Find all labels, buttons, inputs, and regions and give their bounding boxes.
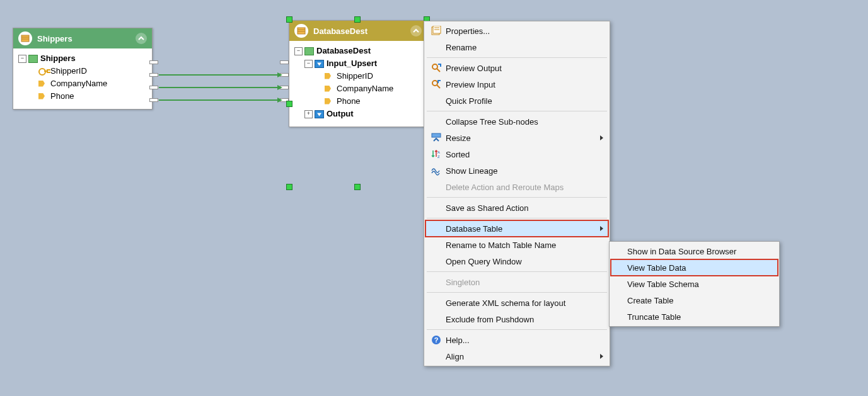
input-port[interactable] <box>280 60 289 64</box>
table-icon <box>18 31 32 45</box>
output-port[interactable] <box>149 86 158 89</box>
help-icon: ? <box>429 334 443 346</box>
input-icon <box>315 60 324 68</box>
field-label: CompanyName <box>50 78 107 89</box>
connector-line[interactable] <box>159 74 279 76</box>
resize-handle[interactable] <box>286 16 292 23</box>
menu-label: Database Table <box>446 224 502 234</box>
menu-separator <box>427 218 607 218</box>
svg-line-13 <box>437 85 440 88</box>
resize-handle[interactable] <box>354 184 361 190</box>
tree-field[interactable]: ShipperID <box>28 65 147 77</box>
connector-line[interactable] <box>159 99 279 101</box>
output-port[interactable] <box>149 98 158 102</box>
collapse-icon[interactable]: − <box>18 55 26 63</box>
tree-output[interactable]: + Output <box>304 108 422 120</box>
menu-label: Rename to Match Table Name <box>446 240 556 250</box>
submenu-truncate[interactable]: Truncate Table <box>611 308 778 325</box>
menu-label: Sorted <box>446 150 470 159</box>
submenu-view-schema[interactable]: View Table Schema <box>611 276 778 292</box>
menu-preview-output[interactable]: Preview Output <box>425 60 608 76</box>
tree-field[interactable]: ShipperID <box>315 70 422 82</box>
tree-root[interactable]: − Shippers <box>18 52 147 65</box>
menu-label: Singleton <box>446 278 480 287</box>
menu-rename-match[interactable]: Rename to Match Table Name <box>425 237 608 253</box>
node-databasedest[interactable]: DatabaseDest − DatabaseDest − Input_Upse… <box>289 20 427 127</box>
tree-field[interactable]: CompanyName <box>28 77 147 90</box>
menu-database-table[interactable]: Database Table <box>425 220 608 237</box>
menu-resize[interactable]: Resize <box>425 130 608 146</box>
menu-separator <box>427 197 607 198</box>
menu-label: Save as Shared Action <box>446 203 529 213</box>
menu-delete-action: Delete Action and Reroute Maps <box>425 179 608 195</box>
submenu-create[interactable]: Create Table <box>611 292 778 308</box>
menu-quick-profile[interactable]: Quick Profile <box>425 93 608 109</box>
field-label: Phone <box>50 91 74 102</box>
table-node-icon <box>304 47 314 55</box>
menu-label: View Table Data <box>627 263 686 273</box>
menu-label: Properties... <box>446 26 490 36</box>
expand-icon[interactable]: + <box>304 110 313 118</box>
resize-icon <box>429 132 443 144</box>
spacer <box>315 86 323 93</box>
menu-exclude-pushdown[interactable]: Exclude from Pushdown <box>425 311 608 327</box>
spacer <box>315 98 323 105</box>
node-dest-title: DatabaseDest <box>313 26 410 36</box>
spacer <box>28 68 37 75</box>
resize-handle[interactable] <box>286 184 292 190</box>
resize-handle[interactable] <box>286 101 292 107</box>
field-label: ShipperID <box>50 65 87 77</box>
menu-label: Preview Input <box>446 80 495 89</box>
menu-sorted[interactable]: AZ Sorted <box>425 146 608 162</box>
menu-show-lineage[interactable]: Show Lineage <box>425 162 608 179</box>
field-label: ShipperID <box>337 71 373 82</box>
blank-icon <box>429 223 443 234</box>
column-icon <box>325 72 334 81</box>
node-shippers[interactable]: Shippers − Shippers ShipperID CompanyNam… <box>13 28 153 110</box>
blank-icon <box>429 116 443 127</box>
output-port[interactable] <box>149 73 158 77</box>
menu-label: Collapse Tree Sub-nodes <box>446 117 538 127</box>
submenu-view-data[interactable]: View Table Data <box>611 259 778 276</box>
chevron-up-icon[interactable] <box>136 33 147 44</box>
output-port[interactable] <box>149 60 158 64</box>
tree-input[interactable]: − Input_Upsert <box>304 57 422 70</box>
connector-arrow <box>277 72 282 77</box>
node-shippers-tree: − Shippers ShipperID CompanyName Phone <box>13 48 152 109</box>
node-shippers-header[interactable]: Shippers <box>13 28 152 48</box>
menu-preview-input[interactable]: Preview Input <box>425 76 608 93</box>
resize-handle[interactable] <box>354 16 361 23</box>
tree-field[interactable]: Phone <box>28 90 147 103</box>
menu-gen-xml[interactable]: Generate XML schema for layout <box>425 295 608 311</box>
column-icon <box>38 93 48 101</box>
field-label: Phone <box>337 96 361 107</box>
blank-icon <box>429 42 443 53</box>
tree-field[interactable]: Phone <box>315 95 422 108</box>
menu-properties[interactable]: Properties... <box>425 23 608 39</box>
blank-icon <box>429 95 443 106</box>
menu-separator <box>427 111 607 111</box>
context-menu[interactable]: Properties... Rename Preview Output Prev… <box>424 21 610 366</box>
submenu-database-table[interactable]: Show in Data Source Browser View Table D… <box>609 241 780 327</box>
table-icon <box>294 24 308 38</box>
menu-open-query[interactable]: Open Query Window <box>425 253 608 269</box>
menu-align[interactable]: Align <box>425 348 608 365</box>
tree-output-label: Output <box>327 108 354 120</box>
tree-field[interactable]: CompanyName <box>315 82 422 95</box>
node-shippers-title: Shippers <box>37 34 136 43</box>
collapse-icon[interactable]: − <box>294 47 303 55</box>
connector-line[interactable] <box>159 87 279 88</box>
menu-save-shared[interactable]: Save as Shared Action <box>425 200 608 216</box>
collapse-icon[interactable]: − <box>304 60 313 68</box>
submenu-show-browser[interactable]: Show in Data Source Browser <box>611 243 778 259</box>
node-dest-header[interactable]: DatabaseDest <box>289 21 427 41</box>
output-icon <box>315 110 324 118</box>
menu-rename[interactable]: Rename <box>425 39 608 55</box>
menu-label: Create Table <box>627 296 673 305</box>
chevron-up-icon[interactable] <box>410 25 422 37</box>
menu-label: Open Query Window <box>446 257 522 266</box>
menu-collapse[interactable]: Collapse Tree Sub-nodes <box>425 113 608 130</box>
menu-label: Delete Action and Reroute Maps <box>446 183 564 192</box>
menu-help[interactable]: ? Help... <box>425 332 608 348</box>
tree-root[interactable]: − DatabaseDest <box>294 45 422 57</box>
